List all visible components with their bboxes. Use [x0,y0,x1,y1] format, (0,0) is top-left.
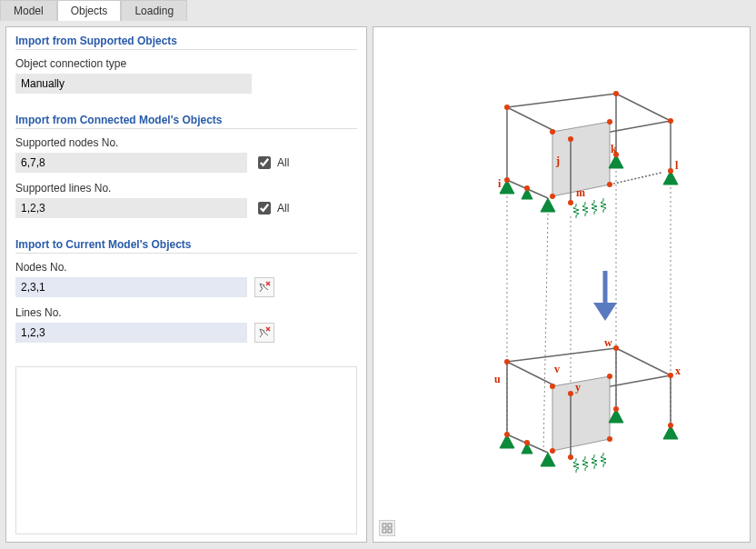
current-lines-label: Lines No. [15,306,357,319]
current-lines-input[interactable] [15,323,247,343]
structural-diagram: i j k l m [373,27,750,542]
svg-point-63 [668,423,673,428]
svg-line-4 [507,94,616,107]
svg-rect-68 [383,524,386,527]
arrow-down-icon [593,271,617,321]
svg-point-62 [613,406,619,412]
svg-point-25 [607,119,612,125]
svg-marker-53 [541,453,555,466]
supported-nodes-all-wrap: All [254,154,289,172]
svg-point-60 [607,374,612,379]
label-m: m [576,186,585,199]
svg-point-64 [568,454,573,460]
svg-point-28 [668,168,673,174]
view-options-button[interactable] [379,520,395,536]
tab-model[interactable]: Model [0,0,57,21]
svg-point-31 [607,182,612,187]
svg-marker-44 [552,376,610,451]
label-x: x [675,364,681,377]
pick-lines-button[interactable] [254,323,274,343]
svg-point-20 [504,105,510,110]
svg-point-67 [524,440,530,445]
svg-rect-70 [383,529,386,533]
section-current-objects: Import to Current Model's Objects Nodes … [15,238,357,352]
svg-line-34 [543,214,548,453]
svg-point-26 [504,177,510,183]
svg-marker-8 [552,122,610,196]
svg-point-65 [550,448,555,454]
label-j: j [555,155,560,167]
supported-nodes-input[interactable] [15,153,247,173]
svg-point-58 [568,391,573,396]
bottom-structure: u v w x y [494,336,681,473]
diagram-svg: i j k l m [407,44,716,525]
svg-line-5 [616,94,671,121]
diagram-panel: i j k l m [373,26,751,543]
supported-lines-all-checkbox[interactable] [258,202,271,215]
section-supported-objects: Import from Supported Objects Object con… [15,35,357,103]
svg-line-14 [610,173,662,185]
svg-point-66 [607,436,612,442]
connection-type-label: Object connection type [15,57,357,70]
svg-point-21 [613,91,619,96]
label-y: y [575,381,581,394]
supported-nodes-label: Supported nodes No. [15,136,357,149]
tab-bar: Model Objects Loading [0,0,756,21]
section-connected-objects: Import from Connected Model's Objects Su… [15,114,357,227]
supported-lines-all-wrap: All [254,199,289,217]
svg-point-32 [524,185,530,191]
section-header-connected: Import from Connected Model's Objects [15,114,357,129]
supported-lines-all-label: All [277,202,289,215]
grid-icon [382,523,393,534]
section-header-supported: Import from Supported Objects [15,35,357,50]
svg-point-22 [668,118,673,124]
svg-point-57 [668,373,673,378]
label-l: l [675,159,679,172]
connection-type-input[interactable] [15,74,252,94]
svg-rect-71 [388,529,392,533]
cursor-x-icon [258,281,271,294]
svg-point-23 [568,136,573,142]
tab-loading[interactable]: Loading [121,0,187,21]
svg-point-55 [504,359,510,364]
cursor-x-icon [258,326,271,339]
svg-point-30 [550,194,555,199]
svg-marker-18 [541,198,555,212]
label-u: u [494,373,501,385]
top-structure: i j k l m [498,91,679,218]
supported-nodes-all-checkbox[interactable] [258,156,271,169]
form-panel: Import from Supported Objects Object con… [5,26,367,543]
supported-lines-label: Supported lines No. [15,182,357,195]
svg-point-24 [550,129,555,135]
svg-rect-69 [388,524,392,527]
current-nodes-label: Nodes No. [15,261,357,274]
supported-nodes-all-label: All [277,156,289,169]
svg-line-40 [507,348,616,362]
svg-marker-39 [593,303,617,321]
pick-nodes-button[interactable] [254,277,274,297]
label-v: v [554,363,560,375]
label-k: k [611,143,617,155]
empty-panel [15,366,357,534]
label-w: w [604,336,612,349]
label-i: i [498,177,502,190]
supported-lines-input[interactable] [15,198,247,218]
svg-point-56 [613,345,619,351]
svg-point-29 [568,200,573,205]
svg-point-61 [504,432,510,437]
svg-line-41 [616,348,671,375]
tab-objects[interactable]: Objects [57,0,122,21]
svg-point-59 [550,384,555,389]
section-header-current: Import to Current Model's Objects [15,238,357,254]
current-nodes-input[interactable] [15,277,247,297]
